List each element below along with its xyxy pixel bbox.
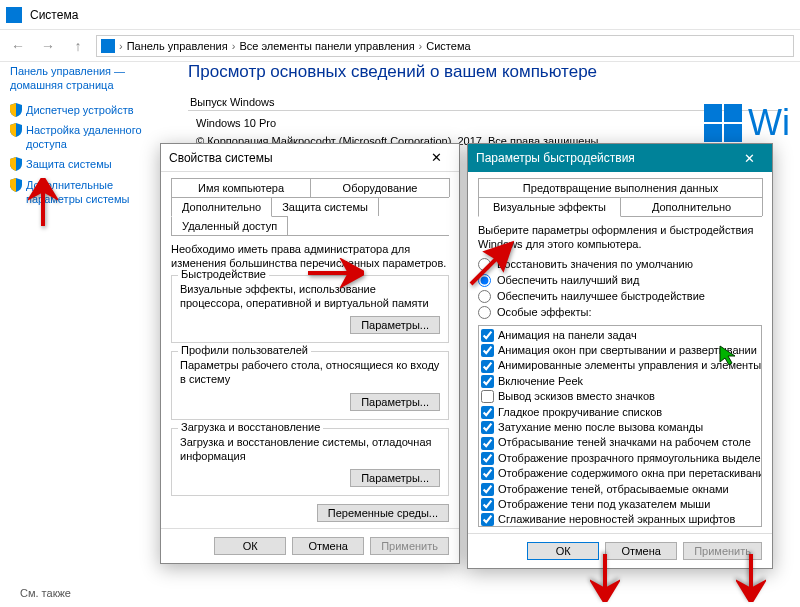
sidebar-item-label: Защита системы <box>26 157 112 171</box>
performance-settings-button[interactable]: Параметры... <box>350 316 440 334</box>
startup-settings-button[interactable]: Параметры... <box>350 469 440 487</box>
effects-radio-group: Восстановить значения по умолчанию Обесп… <box>478 258 762 319</box>
sidebar-item-device-manager[interactable]: Диспетчер устройств <box>10 103 158 117</box>
checkbox-input[interactable] <box>481 513 494 526</box>
profiles-settings-button[interactable]: Параметры... <box>350 393 440 411</box>
sidebar: Панель управления — домашняя страница Ди… <box>0 62 168 214</box>
checkbox-label: Затухание меню после вызова команды <box>498 420 703 435</box>
checkbox-input[interactable] <box>481 360 494 373</box>
system-icon <box>6 7 22 23</box>
group-title: Быстродействие <box>178 268 269 280</box>
checkbox-input[interactable] <box>481 421 494 434</box>
effect-checkbox-item[interactable]: Отображение прозрачного прямоугольника в… <box>481 451 759 466</box>
tab-row-2: Визуальные эффекты Дополнительно <box>478 197 762 217</box>
dialog-buttons: ОК Отмена Применить <box>161 528 459 563</box>
dialog-buttons: ОК Отмена Применить <box>468 533 772 568</box>
effect-checkbox-item[interactable]: Вывод эскизов вместо значков <box>481 389 759 404</box>
checkbox-label: Сглаживание неровностей экранных шрифтов <box>498 512 735 526</box>
radio-custom[interactable]: Особые эффекты: <box>478 306 762 319</box>
annotation-arrow-icon <box>28 178 58 228</box>
checkbox-input[interactable] <box>481 467 494 480</box>
shield-icon <box>10 157 22 171</box>
effect-checkbox-item[interactable]: Отображение теней, отбрасываемые окнами <box>481 482 759 497</box>
ok-button[interactable]: ОК <box>214 537 286 555</box>
page-heading: Просмотр основных сведений о вашем компь… <box>188 62 800 82</box>
checkbox-input[interactable] <box>481 329 494 342</box>
cursor-icon <box>718 344 740 368</box>
close-icon[interactable]: ✕ <box>421 150 451 165</box>
radio-input[interactable] <box>478 306 491 319</box>
tab-dep[interactable]: Предотвращение выполнения данных <box>478 178 763 197</box>
forward-button[interactable]: → <box>36 34 60 58</box>
effect-checkbox-item[interactable]: Отбрасывание теней значками на рабочем с… <box>481 435 759 450</box>
checkbox-label: Отбрасывание теней значками на рабочем с… <box>498 435 751 450</box>
radio-best-performance[interactable]: Обеспечить наилучшее быстродействие <box>478 290 762 303</box>
group-title: Загрузка и восстановление <box>178 421 323 433</box>
sidebar-item-protection[interactable]: Защита системы <box>10 157 158 171</box>
window-titlebar: Система <box>0 0 800 30</box>
cancel-button[interactable]: Отмена <box>292 537 364 555</box>
effect-checkbox-item[interactable]: Гладкое прокручивание списков <box>481 405 759 420</box>
checkbox-input[interactable] <box>481 344 494 357</box>
up-button[interactable]: ↑ <box>66 34 90 58</box>
startup-group: Загрузка и восстановление Загрузка и вос… <box>171 428 449 497</box>
effect-checkbox-item[interactable]: Затухание меню после вызова команды <box>481 420 759 435</box>
radio-input[interactable] <box>478 290 491 303</box>
ok-button[interactable]: ОК <box>527 542 599 560</box>
close-icon[interactable]: ✕ <box>734 151 764 166</box>
apply-button[interactable]: Применить <box>370 537 449 555</box>
effect-checkbox-item[interactable]: Отображение содержимого окна при перетас… <box>481 466 759 481</box>
shield-icon <box>10 103 22 117</box>
tab-protection[interactable]: Защита системы <box>271 197 379 216</box>
effect-checkbox-item[interactable]: Анимация на панели задач <box>481 328 759 343</box>
effect-checkbox-item[interactable]: Сглаживание неровностей экранных шрифтов <box>481 512 759 526</box>
tab-visual-effects[interactable]: Визуальные эффекты <box>478 197 621 217</box>
radio-defaults[interactable]: Восстановить значения по умолчанию <box>478 258 762 271</box>
checkbox-input[interactable] <box>481 390 494 403</box>
breadcrumb-mid[interactable]: Все элементы панели управления <box>239 40 414 52</box>
tab-computer-name[interactable]: Имя компьютера <box>171 178 311 197</box>
checkbox-label: Отображение теней, отбрасываемые окнами <box>498 482 729 497</box>
sidebar-item-label: Диспетчер устройств <box>26 103 134 117</box>
sidebar-item-remote[interactable]: Настройка удаленного доступа <box>10 123 158 152</box>
tab-hardware[interactable]: Оборудование <box>310 178 450 197</box>
breadcrumb[interactable]: › Панель управления › Все элементы панел… <box>96 35 794 57</box>
tab-row-1: Предотвращение выполнения данных <box>478 178 762 198</box>
effect-checkbox-item[interactable]: Отображение тени под указателем мыши <box>481 497 759 512</box>
radio-best-appearance[interactable]: Обеспечить наилучший вид <box>478 274 762 287</box>
checkbox-label: Вывод эскизов вместо значков <box>498 389 655 404</box>
checkbox-input[interactable] <box>481 498 494 511</box>
breadcrumb-root[interactable]: Панель управления <box>127 40 228 52</box>
checkbox-input[interactable] <box>481 406 494 419</box>
env-vars-button[interactable]: Переменные среды... <box>317 504 449 522</box>
chevron-right-icon: › <box>419 40 423 52</box>
dialog-titlebar[interactable]: Параметры быстродействия ✕ <box>468 144 772 172</box>
chevron-right-icon: › <box>119 40 123 52</box>
dialog-titlebar[interactable]: Свойства системы ✕ <box>161 144 459 172</box>
back-button[interactable]: ← <box>6 34 30 58</box>
tab-advanced[interactable]: Дополнительно <box>620 197 763 216</box>
annotation-arrow-icon <box>308 258 364 290</box>
breadcrumb-leaf[interactable]: Система <box>426 40 470 52</box>
tab-remote[interactable]: Удаленный доступ <box>171 216 288 235</box>
effect-checkbox-item[interactable]: Включение Peek <box>481 374 759 389</box>
navigation-bar: ← → ↑ › Панель управления › Все элементы… <box>0 30 800 62</box>
checkbox-input[interactable] <box>481 483 494 496</box>
checkbox-label: Отображение содержимого окна при перетас… <box>498 466 762 481</box>
checkbox-label: Включение Peek <box>498 374 583 389</box>
sidebar-home-link[interactable]: Панель управления — домашняя страница <box>10 64 158 93</box>
group-title: Профили пользователей <box>178 344 311 356</box>
checkbox-input[interactable] <box>481 375 494 388</box>
windows-logo-icon <box>704 104 742 142</box>
system-properties-dialog: Свойства системы ✕ Имя компьютера Оборуд… <box>160 143 460 564</box>
annotation-arrow-icon <box>467 240 515 290</box>
group-text: Загрузка и восстановление системы, отлад… <box>180 435 440 464</box>
shield-icon <box>10 178 22 192</box>
checkbox-input[interactable] <box>481 437 494 450</box>
dialog-title: Свойства системы <box>169 151 273 165</box>
checkbox-label: Отображение прозрачного прямоугольника в… <box>498 451 762 466</box>
system-icon <box>101 39 115 53</box>
tab-advanced[interactable]: Дополнительно <box>171 197 272 217</box>
see-also-label: См. также <box>20 587 71 599</box>
checkbox-input[interactable] <box>481 452 494 465</box>
